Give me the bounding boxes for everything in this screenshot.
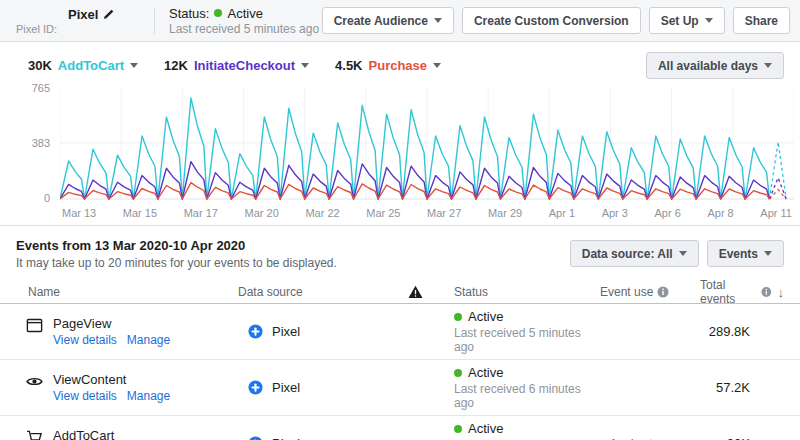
event-name: AddToCart — [53, 428, 170, 440]
event-use-header-label: Event use — [600, 285, 653, 299]
chart-legend: 30K AddToCart 12K InitiateCheckout 4.5K … — [28, 58, 441, 73]
status-dot — [454, 425, 462, 433]
x-tick: Apr 3 — [602, 207, 628, 219]
legend-value: 4.5K — [335, 58, 362, 73]
date-range-label: All available days — [658, 59, 758, 73]
events-filter-label: Events — [719, 247, 758, 261]
data-source-filter-label: Data source: All — [582, 247, 673, 261]
x-tick: Mar 20 — [245, 207, 279, 219]
x-tick: Mar 22 — [305, 207, 339, 219]
chevron-down-icon — [764, 251, 772, 256]
status-subtext: Last received 5 minutes ago — [169, 22, 319, 36]
legend-item-addtocart[interactable]: 30K AddToCart — [28, 58, 138, 73]
status-value: Active — [468, 421, 503, 436]
legend-value: 12K — [164, 58, 188, 73]
view-details-link[interactable]: View details — [53, 389, 117, 403]
data-source-value: Pixel — [272, 436, 300, 440]
legend-label: AddToCart — [58, 58, 124, 73]
column-header-total-events[interactable]: Total events ↓ — [700, 278, 784, 306]
column-header-data-source[interactable]: Data source — [238, 285, 408, 299]
sort-descending-icon[interactable]: ↓ — [778, 285, 785, 300]
date-range-button[interactable]: All available days — [646, 52, 784, 79]
share-button[interactable]: Share — [733, 7, 790, 34]
warning-icon — [408, 285, 440, 299]
status-dot — [454, 313, 462, 321]
set-up-label: Set Up — [661, 14, 699, 28]
pixel-info-block: Pixel Pixel ID: — [10, 7, 140, 35]
status-label: Status: — [169, 6, 209, 21]
legend-label: Purchase — [369, 58, 428, 73]
status-dot — [454, 369, 462, 377]
status-subtext: Last received 6 minutes ago — [454, 382, 590, 410]
column-header-name[interactable]: Name — [16, 285, 238, 299]
y-tick: 765 — [32, 82, 50, 94]
x-axis-labels: Mar 13Mar 15Mar 17Mar 20Mar 22Mar 25Mar … — [60, 207, 794, 219]
events-filter-button[interactable]: Events — [707, 240, 784, 267]
x-tick: Apr 6 — [655, 207, 681, 219]
status-dot — [214, 9, 222, 17]
total-events-value: 57.2K — [700, 380, 784, 395]
chevron-down-icon — [433, 63, 441, 68]
chevron-down-icon — [705, 18, 713, 23]
x-tick: Mar 27 — [427, 207, 461, 219]
divider — [154, 8, 155, 34]
table-row: PageView View details Manage Pixel Activ… — [0, 304, 800, 360]
table-row: ViewContent View details Manage Pixel Ac… — [0, 360, 800, 416]
top-bar: Pixel Pixel ID: Status: Active Last rece… — [0, 0, 800, 42]
x-tick: Mar 15 — [123, 207, 157, 219]
info-icon — [761, 286, 772, 298]
chevron-down-icon — [130, 63, 138, 68]
events-table: Name Data source Status Event use Total … — [0, 278, 800, 440]
table-header: Name Data source Status Event use Total … — [0, 278, 800, 304]
events-line-chart — [60, 87, 794, 201]
x-tick: Mar 13 — [62, 207, 96, 219]
y-axis: 765 383 0 — [8, 87, 56, 199]
create-audience-button[interactable]: Create Audience — [322, 7, 454, 34]
pixel-id-label: Pixel ID: — [16, 23, 140, 35]
manage-link[interactable]: Manage — [127, 333, 170, 347]
x-tick: Apr 1 — [549, 207, 575, 219]
cart-icon — [26, 429, 43, 440]
x-tick: Apr 8 — [707, 207, 733, 219]
chevron-down-icon — [434, 18, 442, 23]
chevron-down-icon — [764, 63, 772, 68]
info-icon — [657, 286, 669, 298]
page-title: Pixel — [68, 7, 98, 22]
x-tick: Mar 29 — [488, 207, 522, 219]
event-use-link[interactable]: 1 ad set — [610, 437, 653, 440]
edit-pencil-icon[interactable] — [103, 9, 114, 20]
y-tick: 0 — [44, 192, 50, 204]
events-title: Events from 13 Mar 2020-10 Apr 2020 — [16, 238, 337, 253]
events-subtitle: It may take up to 20 minutes for your ev… — [16, 256, 337, 270]
chart-section: 30K AddToCart 12K InitiateCheckout 4.5K … — [0, 42, 800, 226]
event-name: PageView — [53, 316, 170, 331]
pixel-icon — [248, 380, 263, 395]
legend-value: 30K — [28, 58, 52, 73]
y-tick: 383 — [32, 137, 50, 149]
total-events-value: 289.8K — [700, 324, 784, 339]
x-tick: Mar 25 — [366, 207, 400, 219]
status-block: Status: Active Last received 5 minutes a… — [169, 6, 319, 36]
total-events-header-label: Total events — [700, 278, 757, 306]
column-header-status[interactable]: Status — [440, 285, 590, 299]
view-details-link[interactable]: View details — [53, 333, 117, 347]
manage-link[interactable]: Manage — [127, 389, 170, 403]
data-source-filter-button[interactable]: Data source: All — [570, 240, 699, 267]
status-value: Active — [227, 6, 262, 21]
set-up-button[interactable]: Set Up — [649, 7, 725, 34]
table-row: AddToCart View details Manage Pixel Acti… — [0, 416, 800, 440]
total-events-value: 30K — [700, 436, 784, 440]
legend-item-purchase[interactable]: 4.5K Purchase — [335, 58, 441, 73]
status-value: Active — [468, 309, 503, 324]
legend-item-initiatecheckout[interactable]: 12K InitiateCheckout — [164, 58, 309, 73]
eye-icon — [26, 373, 43, 390]
data-source-value: Pixel — [272, 380, 300, 395]
status-subtext: Last received 5 minutes ago — [454, 326, 590, 354]
create-custom-conversion-button[interactable]: Create Custom Conversion — [462, 7, 641, 34]
data-source-value: Pixel — [272, 324, 300, 339]
column-header-event-use[interactable]: Event use — [590, 285, 700, 299]
share-label: Share — [745, 14, 778, 28]
x-tick: Mar 17 — [184, 207, 218, 219]
events-section-header: Events from 13 Mar 2020-10 Apr 2020 It m… — [0, 226, 800, 278]
pixel-icon — [248, 324, 263, 339]
